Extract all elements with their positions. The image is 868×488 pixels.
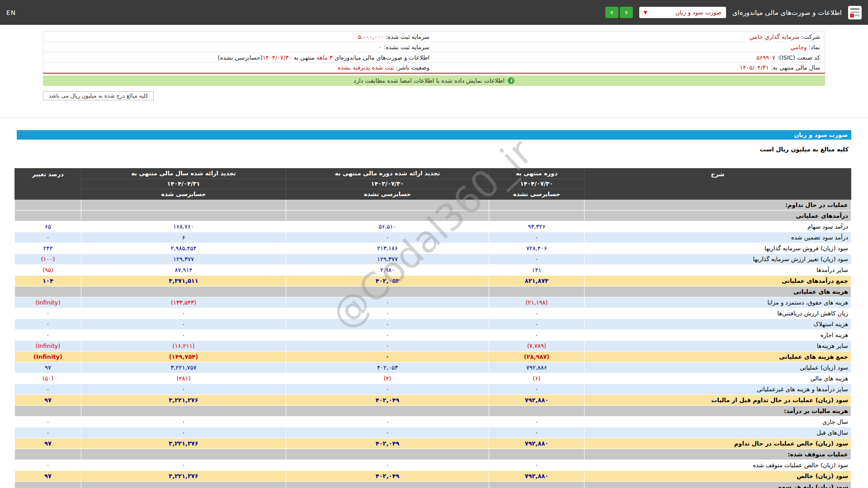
statement-type-select[interactable]: صورت سود و زیان ▼ (639, 7, 726, 18)
row-label: عملیات در حال تداوم: (585, 199, 851, 210)
info-label: سرمایه ثبت نشده: (382, 44, 429, 51)
row-value: ۱۰۴ (15, 275, 81, 286)
row-value: ۰ (15, 416, 81, 427)
row-label: سال‌های قبل (585, 427, 851, 438)
row-value (81, 405, 286, 416)
row-value: ۹۳,۳۲۶ (489, 221, 585, 232)
unit-note-box-wrap: کلیه مبالغ درج شده به میلیون ریال می باش… (43, 91, 825, 100)
row-value: (۶) (489, 373, 585, 384)
header-desc: شرح (585, 168, 851, 199)
row-value: ۰ (286, 297, 489, 308)
row-value: ۷۹۲,۸۸۰ (489, 394, 585, 405)
data-row: درآمد سود سهام۹۳,۳۲۶۵۶,۵۱۰۱۶۸,۷۶۰۶۵ (15, 221, 851, 232)
row-label: هزینه استهلاک (585, 319, 851, 329)
data-row: سال جاری۰۰۰۰ (15, 416, 851, 427)
data-row: سال‌های قبل۰۰۰۰ (15, 427, 851, 438)
row-value: ۷۲۸,۴۰۶ (489, 243, 585, 253)
header-col1-date: ۱۴۰۴/۰۷/۳۰ (489, 178, 585, 189)
row-value: ۴۰۲,۰۴۹ (286, 438, 489, 449)
row-value: ۰ (286, 329, 489, 340)
info-value: سرمایه گذاري جامي (750, 33, 800, 40)
row-value: ۳,۲۲۱,۷۵۷ (81, 362, 286, 373)
row-value (15, 286, 81, 297)
row-value: ۰ (286, 384, 489, 394)
row-value: ۷۹۲,۸۸۶ (489, 362, 585, 373)
chevron-down-icon: ▼ (644, 10, 647, 15)
info-icon: i (508, 77, 514, 84)
row-value: ۹۷ (15, 438, 81, 449)
row-value: (۹۵) (15, 264, 81, 275)
row-label: درآمدهای عملیاتی (585, 210, 851, 221)
row-value: (۱۶,۲۱۱) (81, 340, 286, 351)
company-info-cell-left: سرمایه ثبت نشده: ۰ (43, 42, 434, 52)
section-row: هزینه مالیات بر درآمد: (15, 405, 851, 416)
company-info-row: کد صنعت (ISIC): ۵۶۹۹۰۷اطلاعات و صورت‌های… (43, 52, 825, 63)
row-value: (۷,۷۸۹) (489, 340, 585, 351)
row-value: ۰ (489, 427, 585, 438)
row-value (286, 199, 489, 210)
row-value (15, 199, 81, 210)
row-value (81, 481, 286, 488)
data-row: سود (زیان) تغییر ارزش سرمایه گذاریها۰۱۲۹… (15, 253, 851, 264)
row-value: ۳,۲۲۱,۲۷۶ (81, 470, 286, 481)
row-value (489, 210, 585, 221)
row-value: ۰ (15, 460, 81, 470)
row-value: ۲۱۳,۱۸۶ (286, 243, 489, 253)
info-value: ۵,۰۰۰,۰۰۰ (358, 33, 384, 40)
row-label: سایر هزینه‌ها (585, 340, 851, 351)
company-info-cell-left: اطلاعات و صورت‌های مالی میاندوره‌ای ۳ ما… (43, 52, 434, 63)
row-label: درآمد سود تضمین شده (585, 232, 851, 243)
row-value: ۳,۲۲۱,۲۷۶ (81, 438, 286, 449)
row-value: ۲,۹۸۰ (286, 264, 489, 275)
next-period-button[interactable]: › (605, 7, 618, 18)
codal-logo-icon (848, 6, 862, 19)
info-label: کد صنعت (ISIC): (775, 54, 820, 61)
data-row: سود (زیان) خالص عملیات متوقف شده۰۰۰۰ (15, 460, 851, 470)
header-col2-date: ۱۴۰۳/۰۷/۳۰ (286, 178, 489, 189)
info-value: ۱۴۰۴/۰۷/۳۰ (263, 54, 292, 61)
row-value: ۹۷ (15, 362, 81, 373)
section-row: هزینه های عملیاتی (15, 286, 851, 297)
row-value (286, 405, 489, 416)
info-label: (حسابرسی نشده) (218, 54, 263, 61)
row-value: (۱۰۰) (15, 253, 81, 264)
row-value (489, 481, 585, 488)
data-row: سایر هزینه‌ها(۷,۷۸۹)۰(۱۶,۲۱۱)(Infinity) (15, 340, 851, 351)
row-value: ۲۴۲ (15, 243, 81, 253)
row-value (81, 286, 286, 297)
signature-match-notice: i اطلاعات نمایش داده شده با اطلاعات امضا… (43, 75, 825, 86)
row-value: ۹۷ (15, 470, 81, 481)
language-switch-en[interactable]: EN (6, 9, 16, 16)
row-value: ۷۹۲,۸۸۰ (489, 470, 585, 481)
info-label: منتهی به (292, 54, 316, 61)
info-value: ثبت شده پذیرفته نشده (338, 64, 394, 71)
section-row: عملیات متوقف شده: (15, 449, 851, 460)
section-row: درآمدهای عملیاتی (15, 210, 851, 221)
row-value: ۰ (489, 232, 585, 243)
row-value (489, 286, 585, 297)
row-value: ۱۶۸,۷۶۰ (81, 221, 286, 232)
statement-table-body: عملیات در حال تداوم:درآمدهای عملیاتیدرآم… (15, 199, 851, 488)
row-value: ۱۲۹,۳۷۷ (286, 253, 489, 264)
row-value: ۰ (81, 427, 286, 438)
row-label: هزینه مالیات بر درآمد: (585, 405, 851, 416)
total-row: سود (زیان) خالص۷۹۲,۸۸۰۴۰۲,۰۴۹۳,۲۲۱,۲۷۶۹۷ (15, 470, 851, 481)
header-col1-line1: دوره منتهی به (489, 168, 585, 178)
row-label: سود (زیان) خالص عملیات در حال تداوم (585, 438, 851, 449)
row-label: درآمد سود سهام (585, 221, 851, 232)
row-value: ۸۷,۹۱۴ (81, 264, 286, 275)
row-value (15, 210, 81, 221)
row-value: (۱۴۹,۷۵۴) (81, 351, 286, 362)
data-row: هزینه استهلاک۰۰۰۰ (15, 319, 851, 329)
row-label: زیان کاهش ارزش دریافتنی‌ها (585, 308, 851, 319)
row-value (286, 210, 489, 221)
row-label: سود (زیان) فروش سرمایه گذاریها (585, 243, 851, 253)
row-value: ۰ (81, 329, 286, 340)
row-value (286, 481, 489, 488)
row-value: ۴۰۲,۰۴۹ (286, 394, 489, 405)
row-value: ۴۰۲,۰۵۳ (286, 275, 489, 286)
prev-period-button[interactable]: ‹ (620, 7, 633, 18)
row-value: ۰ (81, 384, 286, 394)
row-value (489, 405, 585, 416)
row-label: جمع هزینه های عملیاتی (585, 351, 851, 362)
